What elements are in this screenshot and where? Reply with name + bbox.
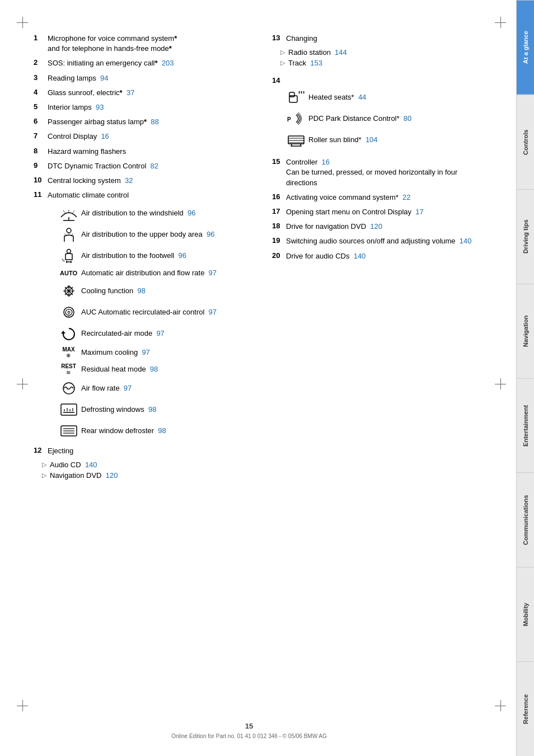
item-number: 9 (34, 161, 48, 170)
link-97a[interactable]: 97 (209, 269, 217, 277)
sub-item-nav-dvd: ▷ Navigation DVD 120 (42, 471, 250, 480)
climate-cooling: Cooling function 98 (56, 283, 250, 299)
item-number: 8 (34, 147, 48, 155)
link-88[interactable]: 88 (151, 118, 158, 126)
sub-item-track: ▷ Track 153 (280, 59, 488, 67)
arrow-icon: ▷ (280, 59, 285, 67)
link-104[interactable]: 104 (366, 135, 378, 144)
climate-footwell: Air distribution to the footwell 96 (56, 247, 250, 264)
item-text: Automatic climate control (48, 190, 250, 200)
link-17[interactable]: 17 (415, 208, 423, 216)
climate-airflow: Air flow rate 97 (56, 380, 250, 397)
link-153[interactable]: 153 (310, 59, 322, 67)
link-97e[interactable]: 97 (124, 384, 132, 392)
link-22[interactable]: 22 (402, 193, 410, 201)
link-94[interactable]: 94 (100, 74, 108, 82)
item-text: Switching audio sources on/off and adjus… (286, 236, 488, 246)
list-item-6: 6 Passenger airbag status lamp* 88 (34, 117, 250, 127)
item-text: Central locking system 32 (48, 176, 250, 186)
climate-recirculated: Recirculated-air mode 97 (56, 325, 250, 342)
footer-note: Online Edition for Part no. 01 41 0 012 … (171, 733, 327, 739)
link-44[interactable]: 44 (358, 93, 366, 101)
main-content: 1 Microphone for voice command system*an… (0, 0, 516, 756)
link-32[interactable]: 32 (125, 176, 133, 185)
link-97c[interactable]: 97 (156, 329, 164, 337)
item-number: 10 (34, 176, 48, 184)
left-column: 1 Microphone for voice command system*an… (34, 34, 250, 482)
climate-icons: Air distribution to the windshield 96 Ai… (45, 205, 250, 439)
link-98a[interactable]: 98 (137, 287, 145, 295)
windshield-icon (56, 205, 81, 222)
link-96a[interactable]: 96 (188, 209, 195, 217)
defrost-icon (56, 401, 81, 418)
list-item-2: 2 SOS: initiating an emergency call* 203 (34, 58, 250, 68)
roller-blind-row: Roller sun blind* 104 (283, 132, 488, 148)
item-number: 13 (272, 34, 286, 42)
list-item-17: 17 Opening start menu on Control Display… (272, 207, 488, 217)
heated-seats-text: Heated seats* 44 (308, 93, 366, 102)
cooling-text: Cooling function 98 (81, 287, 146, 296)
link-82[interactable]: 82 (151, 162, 158, 170)
item-number: 14 (272, 76, 286, 84)
link-97d[interactable]: 97 (142, 348, 149, 356)
list-item-14: 14 (272, 76, 488, 148)
tab-at-a-glance[interactable]: At a glance (517, 0, 534, 95)
item-text: Hazard warning flashers (48, 147, 250, 157)
defrost-text: Defrosting windows 98 (81, 405, 156, 415)
max-text: Maximum cooling 97 (81, 348, 150, 358)
list-item-12: 12 Ejecting ▷ Audio CD 140 ▷ Navigation … (34, 446, 250, 480)
pdc-icon: P (283, 110, 308, 127)
item-number: 11 (34, 190, 48, 199)
sub-item-text: Radio station 144 (288, 48, 347, 57)
link-120b[interactable]: 120 (370, 222, 382, 231)
rest-icon: REST ≋ (56, 363, 81, 375)
item-number: 15 (272, 157, 286, 166)
arrow-icon: ▷ (42, 472, 46, 479)
list-item-15: 15 Controller 16Can be turned, pressed, … (272, 157, 488, 188)
cooling-icon (56, 283, 81, 299)
tab-entertainment[interactable]: Entertainment (517, 378, 534, 473)
item-number: 5 (34, 102, 48, 111)
tab-navigation[interactable]: Navigation (517, 284, 534, 378)
recirculated-icon (56, 325, 81, 342)
item-number: 7 (34, 132, 48, 140)
item-text: Reading lamps 94 (48, 73, 250, 83)
link-203[interactable]: 203 (162, 59, 174, 67)
climate-rest: REST ≋ Residual heat mode 98 (56, 363, 250, 375)
roller-blind-icon (283, 132, 308, 148)
tab-controls[interactable]: Controls (517, 95, 534, 189)
link-98c[interactable]: 98 (148, 405, 156, 414)
item-text: DTC Dynamic Traction Control 82 (48, 161, 250, 171)
link-97b[interactable]: 97 (209, 308, 217, 316)
item-number: 20 (272, 251, 286, 260)
link-37[interactable]: 37 (127, 88, 134, 97)
link-140b[interactable]: 140 (460, 237, 472, 245)
list-item-8: 8 Hazard warning flashers (34, 147, 250, 157)
link-80[interactable]: 80 (404, 114, 411, 123)
link-96c[interactable]: 96 (178, 251, 186, 260)
link-120a[interactable]: 120 (106, 471, 118, 480)
svg-point-2 (67, 250, 71, 253)
item-text: Controller 16Can be turned, pressed, or … (286, 157, 488, 188)
link-140c[interactable]: 140 (354, 252, 366, 260)
rear-defrost-icon (56, 422, 81, 439)
auto-text: Automatic air distribution and flow rate… (81, 269, 217, 278)
item-number: 2 (34, 58, 48, 67)
link-93[interactable]: 93 (96, 103, 104, 111)
link-140a[interactable]: 140 (85, 461, 97, 469)
link-144[interactable]: 144 (335, 48, 347, 57)
link-98d[interactable]: 98 (158, 426, 166, 435)
tab-communications[interactable]: Communications (517, 472, 534, 567)
tab-reference[interactable]: Reference (517, 661, 534, 756)
pdc-text: PDC Park Distance Control* 80 (308, 114, 411, 124)
svg-point-18 (63, 383, 74, 394)
tab-mobility[interactable]: Mobility (517, 567, 534, 661)
list-item-11: 11 Automatic climate control (34, 190, 250, 200)
item-number: 3 (34, 73, 48, 82)
link-96b[interactable]: 96 (207, 230, 214, 238)
link-98b[interactable]: 98 (150, 365, 158, 373)
link-16b[interactable]: 16 (322, 158, 330, 166)
tab-driving-tips[interactable]: Driving tips (517, 189, 534, 284)
link-16a[interactable]: 16 (101, 132, 109, 140)
upper-body-icon (56, 226, 81, 243)
